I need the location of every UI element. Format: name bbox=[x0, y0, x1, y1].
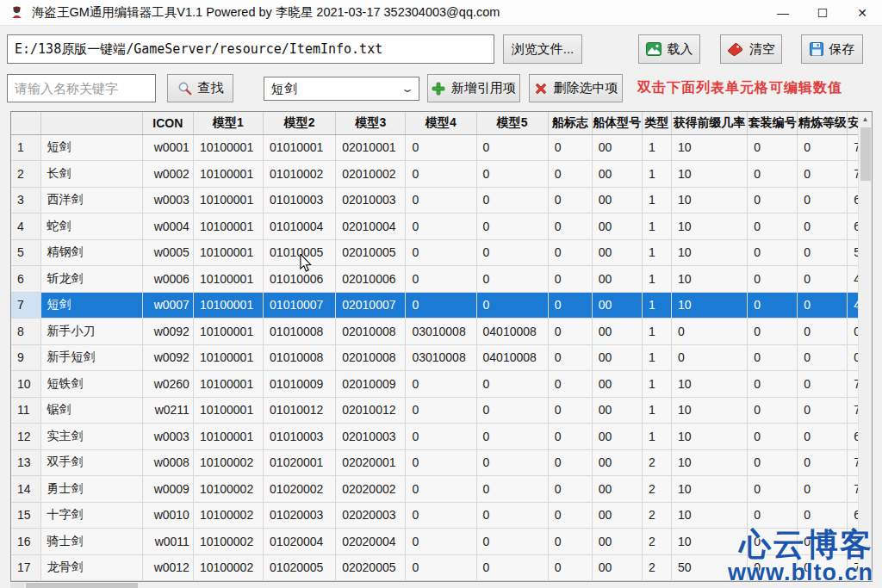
table-cell[interactable]: 1 bbox=[642, 161, 671, 188]
table-cell[interactable]: 0 bbox=[748, 292, 798, 319]
table-cell[interactable]: 01010002 bbox=[264, 161, 336, 188]
table-cell[interactable]: w0092 bbox=[142, 319, 193, 345]
table-row[interactable]: 4蛇剑w000410100001010100040201000400000110… bbox=[11, 214, 859, 240]
table-cell[interactable]: 10100001 bbox=[193, 292, 263, 319]
column-header[interactable]: 套装编号 bbox=[748, 112, 798, 134]
table-cell[interactable]: 10100002 bbox=[193, 554, 263, 581]
row-number-cell[interactable]: 13 bbox=[11, 449, 40, 476]
table-cell[interactable]: 0 bbox=[798, 554, 848, 581]
table-cell[interactable]: 00 bbox=[592, 134, 642, 161]
table-cell[interactable]: 0 bbox=[476, 424, 548, 450]
table-cell[interactable]: w0011 bbox=[142, 529, 193, 555]
table-cell[interactable]: 1 bbox=[642, 239, 671, 266]
row-number-cell[interactable]: 15 bbox=[11, 502, 40, 529]
table-cell[interactable]: 0 bbox=[798, 449, 848, 476]
table-cell[interactable]: 0 bbox=[798, 266, 848, 293]
table-cell[interactable]: 0 bbox=[798, 371, 848, 398]
delete-selected-button[interactable]: 删除选中项 bbox=[529, 74, 623, 102]
table-cell[interactable]: 00 bbox=[592, 344, 642, 371]
table-cell[interactable]: 0 bbox=[548, 187, 592, 214]
table-cell[interactable]: 10 bbox=[671, 161, 747, 188]
table-row[interactable]: 12实主剑w0003101000010101000302010003000001… bbox=[11, 424, 859, 450]
table-cell[interactable]: 03010008 bbox=[406, 344, 476, 371]
table-row[interactable]: 5精钢剑w00051010000101010005020100050000011… bbox=[11, 239, 859, 266]
table-cell[interactable]: 西洋剑 bbox=[40, 187, 142, 214]
table-cell[interactable]: w0260 bbox=[142, 371, 193, 398]
table-cell[interactable]: 实主剑 bbox=[40, 424, 142, 450]
table-cell[interactable]: 0 bbox=[798, 239, 848, 266]
table-cell[interactable]: 0 bbox=[548, 502, 592, 529]
scroll-up-icon[interactable]: ▲ bbox=[859, 112, 872, 127]
table-row[interactable]: 9新手短剑w0092101000010101000802010008030100… bbox=[11, 344, 859, 371]
table-cell[interactable]: 骑士剑 bbox=[40, 529, 142, 555]
table-cell[interactable]: 新手短剑 bbox=[40, 344, 142, 371]
row-number-cell[interactable]: 14 bbox=[11, 476, 40, 503]
table-cell[interactable]: 00 bbox=[592, 449, 642, 476]
table-cell[interactable]: 10 bbox=[671, 371, 747, 398]
table-cell[interactable]: 00 bbox=[592, 187, 642, 214]
table-cell[interactable]: 10100002 bbox=[193, 449, 263, 476]
table-cell[interactable]: 0 bbox=[406, 371, 476, 398]
table-cell[interactable]: 0 bbox=[406, 266, 476, 293]
table-cell[interactable]: 新手小刀 bbox=[40, 319, 142, 345]
table-cell[interactable]: 1 bbox=[642, 397, 671, 424]
table-cell[interactable]: 10100001 bbox=[193, 319, 263, 345]
table-cell[interactable]: 0 bbox=[798, 214, 848, 240]
table-cell[interactable]: 0 bbox=[406, 424, 476, 450]
close-button[interactable]: ✕ bbox=[842, 0, 882, 26]
table-cell[interactable]: 10 bbox=[671, 424, 747, 450]
table-cell[interactable]: 01010008 bbox=[264, 319, 336, 345]
table-cell[interactable]: 2 bbox=[642, 502, 671, 529]
table-cell[interactable]: 龙骨剑 bbox=[40, 554, 142, 581]
table-cell[interactable]: w0211 bbox=[142, 397, 193, 424]
maximize-button[interactable]: ☐ bbox=[803, 0, 842, 26]
table-cell[interactable]: 0 bbox=[748, 239, 798, 266]
row-number-cell[interactable]: 9 bbox=[11, 344, 40, 371]
table-row[interactable]: 13双手剑w0008101000020102000102020001000002… bbox=[11, 449, 859, 476]
row-number-cell[interactable]: 11 bbox=[11, 397, 40, 424]
table-cell[interactable]: 01010003 bbox=[264, 424, 336, 450]
table-cell[interactable]: w0008 bbox=[142, 449, 193, 476]
table-cell[interactable]: 0 bbox=[548, 424, 592, 450]
table-cell[interactable]: 0 bbox=[548, 397, 592, 424]
table-cell[interactable]: 0 bbox=[548, 134, 592, 161]
table-cell[interactable]: 00 bbox=[592, 554, 642, 581]
table-cell[interactable]: 10 bbox=[671, 214, 747, 240]
column-header[interactable]: 模型1 bbox=[193, 112, 263, 134]
table-cell[interactable]: 蛇剑 bbox=[40, 214, 142, 240]
table-cell[interactable]: 10 bbox=[671, 239, 747, 266]
table-cell[interactable]: 双手剑 bbox=[40, 449, 142, 476]
table-cell[interactable]: 0 bbox=[406, 502, 476, 529]
table-cell[interactable]: 04010008 bbox=[476, 319, 548, 345]
row-number-cell[interactable]: 4 bbox=[11, 214, 40, 240]
table-cell[interactable]: 0 bbox=[798, 502, 848, 529]
horizontal-scrollbar-thumb[interactable] bbox=[26, 583, 138, 588]
row-number-cell[interactable]: 8 bbox=[11, 319, 40, 345]
keyword-search-input[interactable] bbox=[7, 74, 156, 102]
table-cell[interactable]: 02020003 bbox=[336, 502, 406, 529]
table-cell[interactable]: 0 bbox=[406, 239, 476, 266]
table-cell[interactable]: 0 bbox=[406, 134, 476, 161]
table-cell[interactable]: 01010003 bbox=[264, 187, 336, 214]
column-header[interactable]: 类型 bbox=[642, 112, 671, 134]
table-cell[interactable]: 02010008 bbox=[336, 319, 406, 345]
row-number-cell[interactable]: 16 bbox=[11, 529, 40, 555]
table-cell[interactable]: 00 bbox=[592, 371, 642, 398]
column-header[interactable]: 获得前缀几率 bbox=[671, 112, 747, 134]
table-row[interactable]: 17龙骨剑w0012101000020102000502020005000002… bbox=[11, 554, 859, 581]
table-cell[interactable]: 0 bbox=[798, 529, 848, 555]
table-row[interactable]: 8新手小刀w0092101000010101000802010008030100… bbox=[11, 319, 859, 345]
table-cell[interactable]: 1 bbox=[642, 187, 671, 214]
table-cell[interactable]: 0 bbox=[548, 266, 592, 293]
table-cell[interactable]: 10 bbox=[671, 266, 747, 293]
table-cell[interactable]: 01020005 bbox=[264, 554, 336, 581]
table-cell[interactable]: 0 bbox=[748, 502, 798, 529]
table-cell[interactable]: 0 bbox=[548, 239, 592, 266]
table-cell[interactable]: 01020004 bbox=[264, 529, 336, 555]
table-cell[interactable]: 00 bbox=[592, 319, 642, 345]
table-cell[interactable]: 0 bbox=[476, 266, 548, 293]
column-header[interactable] bbox=[40, 112, 142, 134]
table-cell[interactable]: 01010005 bbox=[264, 239, 336, 266]
table-cell[interactable]: 0 bbox=[748, 319, 798, 345]
table-cell[interactable]: 10100001 bbox=[193, 397, 263, 424]
